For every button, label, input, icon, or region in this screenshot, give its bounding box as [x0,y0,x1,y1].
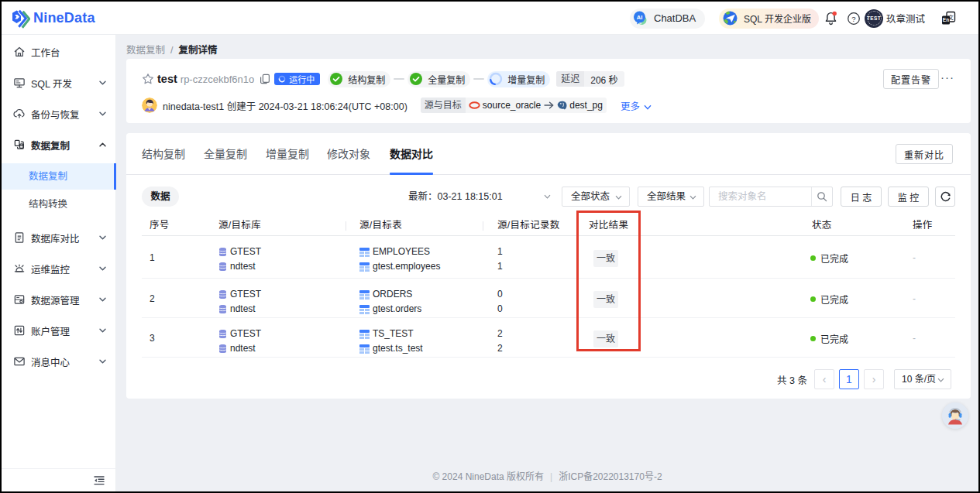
svg-text:AI: AI [637,14,643,21]
svg-text:En: En [943,17,949,22]
svg-text:?: ? [851,14,855,22]
